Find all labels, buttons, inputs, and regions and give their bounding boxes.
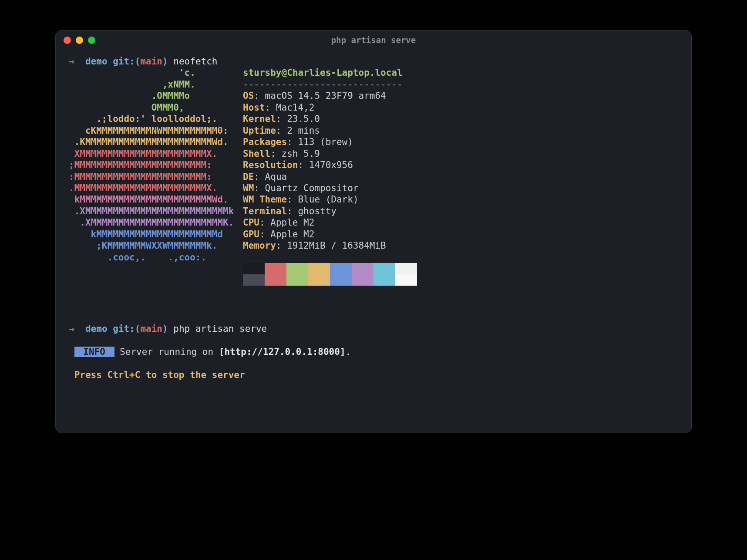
- system-info: stursby@Charlies-Laptop.local ----------…: [243, 67, 417, 288]
- color-swatch: [395, 263, 417, 274]
- color-swatch: [374, 274, 395, 286]
- info-value: zsh 5.9: [282, 148, 320, 159]
- prompt-directory: demo: [85, 324, 108, 334]
- ascii-line: .MMMMMMMMMMMMMMMMMMMMMMMMX.: [69, 183, 217, 193]
- info-key: Host: [243, 102, 265, 113]
- info-value: macOS 14.5 23F79 arm64: [265, 91, 386, 101]
- color-swatches: [243, 263, 417, 286]
- ascii-line: ;KMMMMMMMWXXWMMMMMMMk.: [69, 240, 217, 251]
- info-value: 1470x956: [309, 160, 353, 170]
- ascii-line: XMMMMMMMMMMMMMMMMMMMMMMMX.: [69, 148, 217, 159]
- color-swatch: [243, 263, 265, 274]
- titlebar: php artisan serve: [56, 30, 691, 50]
- info-key: CPU: [243, 217, 259, 228]
- ascii-line: 'c.: [69, 67, 195, 78]
- info-value: :: [254, 91, 265, 101]
- info-value: Aqua: [265, 172, 287, 182]
- ascii-line: ;MMMMMMMMMMMMMMMMMMMMMMMM:: [69, 160, 212, 170]
- info-value: Blue (Dark): [298, 194, 358, 205]
- info-key: Resolution: [243, 160, 298, 170]
- info-key: WM: [243, 183, 254, 193]
- color-swatch: [374, 263, 395, 274]
- ascii-line: :MMMMMMMMMMMMMMMMMMMMMMMM:: [69, 172, 212, 182]
- server-period: .: [346, 347, 351, 357]
- info-key: OS: [243, 91, 254, 101]
- terminal-body[interactable]: → demo git:(main) neofetch 'c. ,xNMM. .O…: [56, 50, 691, 433]
- prompt-arrow-icon: →: [69, 56, 74, 67]
- color-swatch: [352, 274, 374, 286]
- server-url: [http://127.0.0.1:8000]: [219, 347, 346, 357]
- divider: -----------------------------: [243, 79, 403, 90]
- info-value: Apple M2: [270, 217, 314, 228]
- color-swatch: [265, 274, 286, 286]
- prompt-branch: main: [140, 324, 162, 334]
- info-key: DE: [243, 172, 254, 182]
- prompt-directory: demo: [85, 56, 108, 67]
- prompt-paren-close: ): [162, 56, 168, 67]
- prompt-branch: main: [140, 56, 162, 67]
- info-key: WM Theme: [243, 194, 287, 205]
- ascii-line: .OMMMMo: [69, 91, 190, 101]
- color-swatch: [243, 274, 265, 286]
- info-key: Memory: [243, 240, 276, 251]
- info-key: GPU: [243, 229, 259, 240]
- ascii-line: ,xNMM.: [69, 79, 195, 90]
- info-key: Terminal: [243, 206, 287, 216]
- color-swatch: [330, 274, 352, 286]
- minimize-icon[interactable]: [76, 37, 83, 44]
- prompt-arrow-icon: →: [69, 324, 74, 334]
- ascii-line: .;loddo:' loolloddol;.: [69, 114, 217, 124]
- info-key: Packages: [243, 137, 287, 147]
- color-swatch: [330, 263, 352, 274]
- server-running-text: Server running on: [114, 347, 219, 357]
- ascii-line: kMMMMMMMMMMMMMMMMMMMMMMd: [69, 229, 223, 240]
- info-value: Mac14,2: [276, 102, 315, 113]
- ascii-line: .KMMMMMMMMMMMMMMMMMMMMMMMWd.: [69, 137, 229, 147]
- prompt-command: php artisan serve: [173, 324, 267, 334]
- terminal-window: php artisan serve → demo git:(main) neof…: [56, 30, 691, 433]
- info-key: Kernel: [243, 114, 276, 124]
- color-swatch: [308, 274, 330, 286]
- color-swatch: [352, 263, 374, 274]
- prompt-git-label: git:: [113, 324, 135, 334]
- ascii-line: .XMMMMMMMMMMMMMMMMMMMMMMMMK.: [69, 217, 234, 228]
- info-key: Uptime: [243, 125, 276, 136]
- window-title: php artisan serve: [56, 35, 691, 45]
- ascii-line: .XMMMMMMMMMMMMMMMMMMMMMMMMMMk: [69, 206, 234, 216]
- neofetch-output: 'c. ,xNMM. .OMMMMo OMMM0, .;loddo:' lool…: [69, 67, 678, 288]
- info-value: 113 (brew): [298, 137, 353, 147]
- prompt-paren-open: (: [135, 324, 141, 334]
- stop-instruction: Press Ctrl+C to stop the server: [74, 370, 245, 380]
- prompt-git-label: git:: [113, 56, 135, 67]
- info-key: Shell: [243, 148, 270, 159]
- color-swatch: [265, 263, 286, 274]
- prompt-line-2: → demo git:(main) php artisan serve: [69, 324, 267, 334]
- info-value: 1912MiB / 16384MiB: [287, 240, 386, 251]
- info-value: 23.5.0: [287, 114, 320, 124]
- prompt-paren-close: ): [162, 324, 168, 334]
- info-value: ghostty: [298, 206, 336, 216]
- color-swatch: [286, 274, 308, 286]
- color-swatch: [308, 263, 330, 274]
- prompt-paren-open: (: [135, 56, 141, 67]
- close-icon[interactable]: [64, 37, 71, 44]
- prompt-command: neofetch: [173, 56, 217, 67]
- info-value: Quartz Compositor: [265, 183, 359, 193]
- traffic-lights: [64, 37, 95, 44]
- prompt-line-1: → demo git:(main) neofetch: [69, 56, 217, 67]
- user-host: stursby@Charlies-Laptop.local: [243, 67, 403, 78]
- ascii-line: cKMMMMMMMMMMNWMMMMMMMMMM0:: [69, 125, 229, 136]
- info-value: 2 mins: [287, 125, 320, 136]
- info-value: Apple M2: [270, 229, 314, 240]
- ascii-line: OMMM0,: [69, 102, 185, 113]
- ascii-art: 'c. ,xNMM. .OMMMMo OMMM0, .;loddo:' lool…: [69, 67, 243, 288]
- maximize-icon[interactable]: [88, 37, 95, 44]
- color-swatch: [395, 274, 417, 286]
- color-swatch: [286, 263, 308, 274]
- ascii-line: .cooc,. .,coo:.: [69, 252, 206, 263]
- ascii-line: kMMMMMMMMMMMMMMMMMMMMMMMMWd.: [69, 194, 229, 205]
- info-badge: INFO: [74, 347, 114, 357]
